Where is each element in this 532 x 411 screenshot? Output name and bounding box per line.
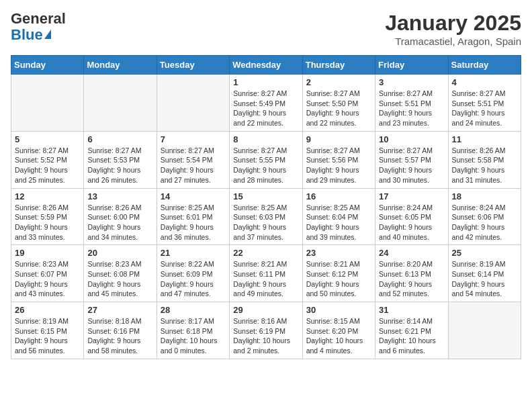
calendar-cell <box>11 75 84 132</box>
calendar-cell: 4Sunrise: 8:27 AMSunset: 5:51 PMDaylight… <box>448 75 521 132</box>
day-number: 23 <box>306 248 371 258</box>
day-number: 11 <box>452 134 517 144</box>
day-info: Sunrise: 8:14 AMSunset: 6:21 PMDaylight:… <box>379 316 444 356</box>
calendar-cell: 2Sunrise: 8:27 AMSunset: 5:50 PMDaylight… <box>302 75 375 132</box>
day-number: 28 <box>161 305 226 315</box>
calendar-cell: 21Sunrise: 8:22 AMSunset: 6:09 PMDayligh… <box>157 245 229 302</box>
day-info: Sunrise: 8:27 AMSunset: 5:51 PMDaylight:… <box>379 89 444 128</box>
weekday-header-wednesday: Wednesday <box>230 56 302 75</box>
day-number: 5 <box>15 134 80 144</box>
calendar-cell: 26Sunrise: 8:19 AMSunset: 6:15 PMDayligh… <box>11 302 84 359</box>
calendar-cell <box>157 75 229 132</box>
day-number: 21 <box>161 248 226 258</box>
day-number: 8 <box>233 134 298 144</box>
calendar-cell: 18Sunrise: 8:24 AMSunset: 6:06 PMDayligh… <box>448 188 521 245</box>
day-number: 18 <box>452 191 517 201</box>
day-info: Sunrise: 8:23 AMSunset: 6:07 PMDaylight:… <box>15 259 80 299</box>
week-row-5: 26Sunrise: 8:19 AMSunset: 6:15 PMDayligh… <box>11 302 521 359</box>
day-info: Sunrise: 8:27 AMSunset: 5:51 PMDaylight:… <box>452 89 517 128</box>
day-info: Sunrise: 8:27 AMSunset: 5:53 PMDaylight:… <box>87 146 152 185</box>
calendar-cell: 16Sunrise: 8:25 AMSunset: 6:04 PMDayligh… <box>302 188 375 245</box>
weekday-header-friday: Friday <box>375 56 448 75</box>
day-number: 14 <box>161 191 226 201</box>
day-info: Sunrise: 8:21 AMSunset: 6:12 PMDaylight:… <box>306 259 371 299</box>
week-row-1: 1Sunrise: 8:27 AMSunset: 5:49 PMDaylight… <box>11 75 521 132</box>
calendar-cell: 31Sunrise: 8:14 AMSunset: 6:21 PMDayligh… <box>375 302 448 359</box>
weekday-header-sunday: Sunday <box>11 56 84 75</box>
week-row-3: 12Sunrise: 8:26 AMSunset: 5:59 PMDayligh… <box>11 188 521 245</box>
day-number: 6 <box>87 134 152 144</box>
calendar-cell: 3Sunrise: 8:27 AMSunset: 5:51 PMDaylight… <box>375 75 448 132</box>
calendar-cell: 12Sunrise: 8:26 AMSunset: 5:59 PMDayligh… <box>11 188 84 245</box>
day-info: Sunrise: 8:18 AMSunset: 6:16 PMDaylight:… <box>87 316 152 356</box>
day-info: Sunrise: 8:23 AMSunset: 6:08 PMDaylight:… <box>87 259 152 299</box>
weekday-header-monday: Monday <box>84 56 157 75</box>
day-number: 27 <box>87 305 152 315</box>
calendar-cell <box>448 302 521 359</box>
day-number: 7 <box>161 134 226 144</box>
calendar-cell: 15Sunrise: 8:25 AMSunset: 6:03 PMDayligh… <box>230 188 302 245</box>
calendar-cell: 10Sunrise: 8:27 AMSunset: 5:57 PMDayligh… <box>375 131 448 188</box>
calendar-cell: 13Sunrise: 8:26 AMSunset: 6:00 PMDayligh… <box>84 188 157 245</box>
day-info: Sunrise: 8:25 AMSunset: 6:01 PMDaylight:… <box>161 203 226 242</box>
calendar-cell: 30Sunrise: 8:15 AMSunset: 6:20 PMDayligh… <box>302 302 375 359</box>
calendar-cell: 20Sunrise: 8:23 AMSunset: 6:08 PMDayligh… <box>84 245 157 302</box>
calendar-cell: 1Sunrise: 8:27 AMSunset: 5:49 PMDaylight… <box>230 75 302 132</box>
location-title: Tramacastiel, Aragon, Spain <box>385 36 521 47</box>
day-number: 31 <box>379 305 444 315</box>
calendar-cell: 28Sunrise: 8:17 AMSunset: 6:18 PMDayligh… <box>157 302 229 359</box>
day-info: Sunrise: 8:17 AMSunset: 6:18 PMDaylight:… <box>161 316 226 356</box>
calendar-cell <box>84 75 157 132</box>
day-number: 10 <box>379 134 444 144</box>
day-number: 12 <box>15 191 80 201</box>
calendar-cell: 29Sunrise: 8:16 AMSunset: 6:19 PMDayligh… <box>230 302 302 359</box>
day-info: Sunrise: 8:27 AMSunset: 5:55 PMDaylight:… <box>233 146 298 185</box>
day-info: Sunrise: 8:27 AMSunset: 5:50 PMDaylight:… <box>306 89 371 128</box>
page-header: General Blue January 2025 Tramacastiel, … <box>11 11 521 47</box>
day-number: 3 <box>379 77 444 87</box>
day-number: 24 <box>379 248 444 258</box>
day-number: 30 <box>306 305 371 315</box>
week-row-2: 5Sunrise: 8:27 AMSunset: 5:52 PMDaylight… <box>11 131 521 188</box>
day-number: 25 <box>452 248 517 258</box>
calendar-cell: 19Sunrise: 8:23 AMSunset: 6:07 PMDayligh… <box>11 245 84 302</box>
month-year-title: January 2025 <box>385 11 521 36</box>
day-info: Sunrise: 8:15 AMSunset: 6:20 PMDaylight:… <box>306 316 371 356</box>
day-info: Sunrise: 8:22 AMSunset: 6:09 PMDaylight:… <box>161 259 226 299</box>
day-info: Sunrise: 8:19 AMSunset: 6:15 PMDaylight:… <box>15 316 80 356</box>
calendar-cell: 6Sunrise: 8:27 AMSunset: 5:53 PMDaylight… <box>84 131 157 188</box>
day-number: 15 <box>233 191 298 201</box>
day-info: Sunrise: 8:19 AMSunset: 6:14 PMDaylight:… <box>452 259 517 299</box>
day-info: Sunrise: 8:27 AMSunset: 5:49 PMDaylight:… <box>233 89 298 128</box>
day-info: Sunrise: 8:26 AMSunset: 5:59 PMDaylight:… <box>15 203 80 242</box>
week-row-4: 19Sunrise: 8:23 AMSunset: 6:07 PMDayligh… <box>11 245 521 302</box>
day-info: Sunrise: 8:27 AMSunset: 5:54 PMDaylight:… <box>161 146 226 185</box>
calendar-cell: 8Sunrise: 8:27 AMSunset: 5:55 PMDaylight… <box>230 131 302 188</box>
calendar-cell: 22Sunrise: 8:21 AMSunset: 6:11 PMDayligh… <box>230 245 302 302</box>
calendar-cell: 5Sunrise: 8:27 AMSunset: 5:52 PMDaylight… <box>11 131 84 188</box>
weekday-header-saturday: Saturday <box>448 56 521 75</box>
day-info: Sunrise: 8:27 AMSunset: 5:56 PMDaylight:… <box>306 146 371 185</box>
day-info: Sunrise: 8:16 AMSunset: 6:19 PMDaylight:… <box>233 316 298 356</box>
day-info: Sunrise: 8:21 AMSunset: 6:11 PMDaylight:… <box>233 259 298 299</box>
day-number: 9 <box>306 134 371 144</box>
day-number: 22 <box>233 248 298 258</box>
day-number: 13 <box>87 191 152 201</box>
day-number: 4 <box>452 77 517 87</box>
day-info: Sunrise: 8:26 AMSunset: 6:00 PMDaylight:… <box>87 203 152 242</box>
calendar-cell: 9Sunrise: 8:27 AMSunset: 5:56 PMDaylight… <box>302 131 375 188</box>
calendar-cell: 25Sunrise: 8:19 AMSunset: 6:14 PMDayligh… <box>448 245 521 302</box>
day-info: Sunrise: 8:27 AMSunset: 5:52 PMDaylight:… <box>15 146 80 185</box>
day-info: Sunrise: 8:27 AMSunset: 5:57 PMDaylight:… <box>379 146 444 185</box>
title-block: January 2025 Tramacastiel, Aragon, Spain <box>385 11 521 47</box>
logo-blue: Blue <box>11 27 66 43</box>
day-number: 20 <box>87 248 152 258</box>
weekday-header-thursday: Thursday <box>302 56 375 75</box>
calendar-cell: 27Sunrise: 8:18 AMSunset: 6:16 PMDayligh… <box>84 302 157 359</box>
day-number: 17 <box>379 191 444 201</box>
calendar-cell: 24Sunrise: 8:20 AMSunset: 6:13 PMDayligh… <box>375 245 448 302</box>
day-info: Sunrise: 8:25 AMSunset: 6:04 PMDaylight:… <box>306 203 371 242</box>
day-info: Sunrise: 8:25 AMSunset: 6:03 PMDaylight:… <box>233 203 298 242</box>
day-info: Sunrise: 8:24 AMSunset: 6:05 PMDaylight:… <box>379 203 444 242</box>
day-number: 29 <box>233 305 298 315</box>
